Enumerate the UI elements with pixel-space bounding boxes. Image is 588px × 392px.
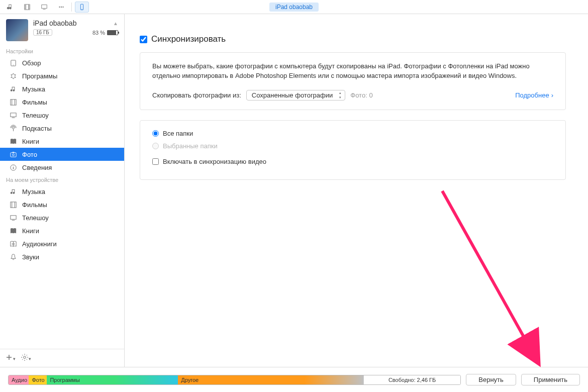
sidebar-item-label: Книги xyxy=(22,138,39,145)
copy-from-label: Скопировать фотографии из: xyxy=(152,91,241,99)
apps-icon xyxy=(9,72,17,80)
books-icon xyxy=(9,137,17,145)
device-pill[interactable]: iPad obaobab xyxy=(269,3,319,12)
copy-from-select[interactable]: Сохраненные фотографии ▴▾ xyxy=(246,90,345,101)
sidebar-item-books[interactable]: Книги xyxy=(0,135,124,148)
tones-icon xyxy=(9,253,17,261)
summary-icon xyxy=(9,59,17,67)
sidebar-item-label: Сведения xyxy=(22,164,52,171)
tv-icon xyxy=(9,214,17,222)
radio-selected-folders[interactable]: Выбранные папки xyxy=(152,142,553,150)
movies-icon xyxy=(9,98,17,106)
storage-seg-apps-tail xyxy=(115,375,178,384)
eject-icon[interactable]: ▲ xyxy=(113,21,118,26)
sidebar-item-podcasts[interactable]: Подкасты xyxy=(0,122,124,135)
sidebar-item-info[interactable]: Сведения xyxy=(0,161,124,174)
storage-seg-other: Другое xyxy=(178,375,305,384)
photos-icon xyxy=(9,150,17,158)
storage-seg-apps: Программы xyxy=(47,375,115,384)
svg-point-18 xyxy=(24,356,26,358)
svg-point-3 xyxy=(61,6,62,7)
storage-bar: Аудио Фото Программы Другое Свободно: 2,… xyxy=(8,375,461,385)
sidebar-item-ondev-tones[interactable]: Звуки xyxy=(0,250,124,263)
main-content: Синхронизировать Вы можете выбрать, каки… xyxy=(125,14,588,367)
tv-library-icon[interactable] xyxy=(37,2,51,13)
sidebar-item-label: Аудиокниги xyxy=(22,240,57,248)
sidebar-item-label: Звуки xyxy=(22,253,39,261)
battery-percent: 83 % xyxy=(92,30,105,36)
more-link[interactable]: Подробнее › xyxy=(515,91,553,99)
copy-from-value: Сохраненные фотографии xyxy=(252,91,333,99)
top-toolbar: iPad obaobab xyxy=(0,0,588,14)
svg-point-13 xyxy=(12,154,14,156)
sidebar-footer: ▾ ▾ xyxy=(0,349,124,367)
sync-label: Синхронизировать xyxy=(151,34,226,44)
sidebar-item-label: Музыка xyxy=(22,188,45,195)
sidebar-item-ondev-books[interactable]: Книги xyxy=(0,224,124,237)
sidebar-item-label: Программы xyxy=(22,72,57,80)
sidebar-item-label: Телешоу xyxy=(22,112,49,119)
include-videos-checkbox[interactable] xyxy=(152,158,159,165)
stepper-icon: ▴▾ xyxy=(337,91,344,100)
svg-rect-16 xyxy=(10,202,16,207)
sidebar-item-label: Обзор xyxy=(22,59,41,67)
device-name: iPad obaobab xyxy=(33,19,76,27)
device-button[interactable] xyxy=(75,2,89,13)
music-library-icon[interactable] xyxy=(3,2,17,13)
sidebar-item-movies[interactable]: Фильмы xyxy=(0,95,124,109)
sidebar-item-label: Фото xyxy=(22,151,37,158)
podcasts-icon xyxy=(9,124,17,132)
sidebar-item-apps[interactable]: Программы xyxy=(0,69,124,82)
capacity-badge: 16 ГБ xyxy=(33,29,52,36)
radio-all-folders[interactable]: Все папки xyxy=(152,130,553,137)
tv-icon xyxy=(9,111,17,119)
folders-panel: Все папки Выбранные папки Включать в син… xyxy=(140,120,566,180)
include-videos-row[interactable]: Включать в синхронизацию видео xyxy=(152,158,553,165)
info-icon xyxy=(9,163,17,171)
svg-point-6 xyxy=(81,9,82,9)
sidebar-item-label: Подкасты xyxy=(22,125,52,132)
storage-seg-free: Свободно: 2,46 ГБ xyxy=(363,375,460,384)
sync-checkbox[interactable] xyxy=(140,36,147,43)
sidebar-item-ondev-movies[interactable]: Фильмы xyxy=(0,198,124,211)
sidebar-item-label: Книги xyxy=(22,227,39,235)
add-icon[interactable]: ▾ xyxy=(5,353,16,363)
sidebar-item-label: Фильмы xyxy=(22,201,47,209)
sidebar-item-tv[interactable]: Телешоу xyxy=(0,109,124,122)
section-title-settings: Настройки xyxy=(0,45,124,56)
gear-icon[interactable]: ▾ xyxy=(21,353,31,363)
svg-point-4 xyxy=(62,6,63,7)
svg-point-11 xyxy=(12,127,14,129)
storage-seg-other-tail xyxy=(305,375,363,384)
revert-button[interactable]: Вернуть xyxy=(466,374,516,385)
sidebar-item-photos[interactable]: Фото xyxy=(0,148,124,161)
battery-icon xyxy=(107,30,118,35)
sidebar-item-ondev-tv[interactable]: Телешоу xyxy=(0,211,124,224)
chevron-right-icon: › xyxy=(551,91,553,99)
device-thumbnail xyxy=(6,19,28,41)
svg-point-8 xyxy=(13,64,13,65)
storage-seg-audio: Аудио xyxy=(9,375,29,384)
svg-point-2 xyxy=(59,6,60,7)
svg-rect-9 xyxy=(10,99,16,105)
sidebar-item-summary[interactable]: Обзор xyxy=(0,56,124,69)
storage-seg-photo: Фото xyxy=(29,375,47,384)
photo-count: Фото: 0 xyxy=(350,91,372,99)
sidebar-item-ondev-music[interactable]: Музыка xyxy=(0,185,124,198)
sidebar-item-label: Музыка xyxy=(22,85,45,93)
apply-button[interactable]: Применить xyxy=(521,374,580,385)
svg-rect-10 xyxy=(10,113,16,117)
sidebar-item-ondev-audiobooks[interactable]: Аудиокниги xyxy=(0,237,124,250)
radio-all-input[interactable] xyxy=(152,130,159,137)
movies-library-icon[interactable] xyxy=(20,2,34,13)
sidebar-item-label: Фильмы xyxy=(22,99,47,106)
sidebar-item-music[interactable]: Музыка xyxy=(0,82,124,95)
music-icon xyxy=(9,85,17,93)
sidebar: iPad obaobab ▲ 16 ГБ 83 % Настройки Обзо… xyxy=(0,14,125,367)
more-icon[interactable] xyxy=(54,2,68,13)
info-panel: Вы можете выбрать, какие фотографии с ко… xyxy=(140,52,566,110)
section-title-ondevice: На моем устройстве xyxy=(0,174,124,185)
books-icon xyxy=(9,227,17,235)
toolbar-separator xyxy=(71,3,72,12)
bottom-bar: Аудио Фото Программы Другое Свободно: 2,… xyxy=(0,367,588,392)
